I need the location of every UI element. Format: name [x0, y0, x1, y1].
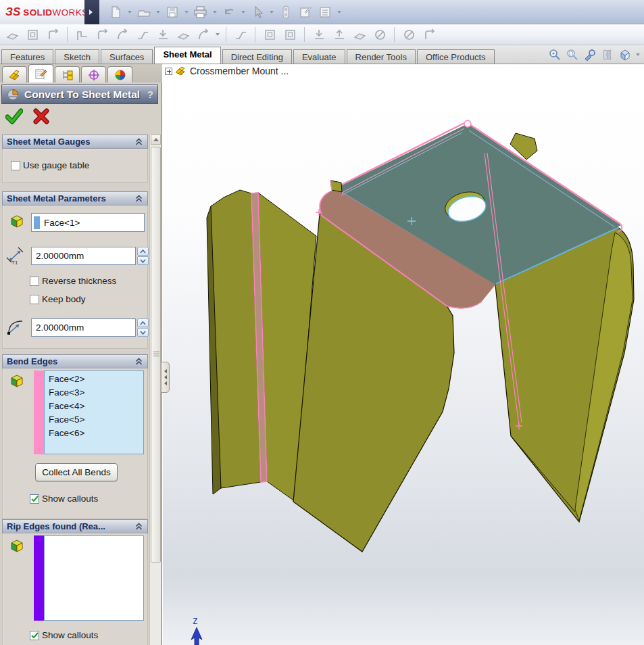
tab-evaluate[interactable]: Evaluate: [293, 49, 345, 64]
show-callouts-checkbox[interactable]: Show callouts: [30, 494, 98, 504]
panel-scrollbar[interactable]: [149, 135, 161, 645]
open-icon[interactable]: [137, 5, 151, 20]
no-bends-icon[interactable]: [372, 26, 388, 43]
spin-up-button[interactable]: [137, 247, 149, 256]
edge-flange-icon[interactable]: [74, 26, 90, 43]
zoom-to-area-icon[interactable]: [566, 48, 579, 62]
expand-icon[interactable]: [165, 68, 172, 75]
save-dropdown-caret[interactable]: [184, 11, 189, 14]
base-flange-icon[interactable]: [4, 26, 20, 43]
collapse-chevron-icon[interactable]: [134, 194, 143, 203]
sketched-bend-icon[interactable]: [155, 26, 171, 43]
panel-splitter-handle[interactable]: [161, 362, 170, 393]
select-icon[interactable]: [250, 5, 265, 20]
tab-sheet-metal[interactable]: Sheet Metal: [154, 47, 220, 64]
menu-expand-strip[interactable]: [84, 0, 99, 24]
keep-body-checkbox[interactable]: Keep body: [30, 294, 86, 304]
ok-button[interactable]: [5, 108, 23, 125]
thickness-input[interactable]: 2.00000mm: [31, 247, 136, 265]
section-header-parameters[interactable]: Sheet Metal Parameters: [2, 191, 148, 206]
rebuild-icon[interactable]: [278, 5, 293, 20]
reverse-thickness-checkbox[interactable]: Reverse thickness: [30, 276, 116, 286]
tab-render-tools[interactable]: Render Tools: [347, 49, 416, 64]
property-manager-tab[interactable]: [28, 64, 53, 82]
help-button[interactable]: ?: [147, 89, 153, 100]
magnifying-lens-icon[interactable]: [583, 48, 597, 62]
tab-sketch[interactable]: Sketch: [55, 49, 99, 64]
save-icon[interactable]: [165, 5, 180, 20]
property-manager-title: Convert To Sheet Metal: [24, 89, 147, 101]
extruded-cut-icon[interactable]: [195, 26, 212, 43]
cross-break-icon[interactable]: [175, 26, 191, 43]
options-list-icon[interactable]: [318, 5, 332, 20]
options-dropdown-caret[interactable]: [337, 11, 341, 14]
list-item[interactable]: Face<5>: [45, 413, 143, 427]
collect-all-bends-button[interactable]: Collect All Bends: [35, 463, 118, 481]
collapse-chevron-icon[interactable]: [134, 522, 143, 531]
fold-icon[interactable]: [331, 26, 347, 43]
use-gauge-table-checkbox[interactable]: Use gauge table: [11, 160, 89, 170]
undo-dropdown-caret[interactable]: [241, 11, 245, 14]
feature-tree-root-label[interactable]: Crossmember Mount ...: [190, 66, 289, 76]
hem-icon[interactable]: [114, 26, 130, 43]
list-item[interactable]: Face<3>: [45, 386, 143, 400]
section-header-gauges[interactable]: Sheet Metal Gauges: [2, 135, 148, 149]
section-header-rip-edges[interactable]: Rip Edges found (Rea...: [2, 519, 148, 533]
view-orientation-icon[interactable]: [618, 48, 632, 62]
lofted-bend-icon[interactable]: [45, 26, 61, 43]
file-properties-icon[interactable]: [298, 5, 313, 20]
zoom-to-fit-icon[interactable]: [548, 48, 562, 62]
bend-radius-input[interactable]: 2.00000mm: [31, 318, 136, 337]
toolbar-separator: [255, 27, 255, 42]
bend-radius-spinner: [137, 318, 149, 337]
jog-icon[interactable]: [134, 26, 151, 43]
bend-edges-list[interactable]: Face<2> Face<3> Face<4> Face<5> Face<6>: [44, 371, 144, 454]
spin-down-button[interactable]: [137, 328, 149, 337]
undo-icon[interactable]: [222, 5, 237, 20]
new-icon[interactable]: [108, 5, 123, 20]
feature-manager-tab[interactable]: [2, 66, 27, 82]
corner-icon[interactable]: [421, 26, 437, 43]
miter-flange-icon[interactable]: [94, 26, 110, 43]
print-dropdown-caret[interactable]: [213, 11, 217, 14]
list-item[interactable]: Face<6>: [45, 427, 143, 440]
rotate-view-icon[interactable]: [601, 48, 614, 62]
tab-features[interactable]: Features: [1, 49, 53, 64]
section-header-bend-edges[interactable]: Bend Edges: [2, 354, 148, 368]
collapse-chevron-icon[interactable]: [134, 357, 143, 366]
graphics-viewport[interactable]: Crossmember Mount ...: [163, 64, 644, 645]
select-dropdown-caret[interactable]: [270, 11, 274, 14]
spin-down-button[interactable]: [137, 256, 149, 265]
show-callouts-checkbox[interactable]: Show callouts: [30, 630, 98, 640]
list-item[interactable]: Face<4>: [45, 400, 143, 413]
unfold-icon[interactable]: [311, 26, 327, 43]
collapse-chevron-icon[interactable]: [134, 137, 143, 146]
fixed-face-field[interactable]: Face<1>: [31, 213, 145, 232]
simple-hole-icon[interactable]: [232, 26, 249, 43]
view-orientation-caret[interactable]: [636, 53, 640, 56]
model-canvas[interactable]: Z: [163, 64, 644, 645]
open-dropdown-caret[interactable]: [156, 11, 160, 14]
new-dropdown-caret[interactable]: [128, 11, 132, 14]
flatten-icon[interactable]: [351, 26, 368, 43]
scrollbar-thumb[interactable]: [151, 147, 161, 563]
section-title-parameters: Sheet Metal Parameters: [7, 193, 134, 204]
print-icon[interactable]: [193, 5, 208, 20]
configuration-manager-tab[interactable]: [55, 66, 80, 82]
rip-edges-list[interactable]: [44, 535, 144, 621]
list-item[interactable]: Face<2>: [45, 371, 143, 386]
vent-icon[interactable]: [262, 26, 278, 43]
spin-up-button[interactable]: [137, 318, 149, 327]
tab-office-products[interactable]: Office Products: [417, 49, 495, 64]
rip-icon[interactable]: [401, 26, 417, 43]
tab-surfaces[interactable]: Surfaces: [101, 49, 153, 64]
extruded-cut-caret[interactable]: [216, 33, 220, 36]
forming-tool-icon[interactable]: [282, 26, 298, 43]
dimxpert-manager-tab[interactable]: [81, 66, 106, 82]
model-corner-tab[interactable]: [330, 181, 342, 192]
convert-to-sheet-metal-icon[interactable]: [24, 26, 41, 43]
tab-direct-editing[interactable]: Direct Editing: [222, 49, 292, 64]
display-manager-tab[interactable]: [107, 66, 132, 82]
scroll-up-button[interactable]: [151, 135, 161, 145]
cancel-button[interactable]: [32, 108, 50, 125]
